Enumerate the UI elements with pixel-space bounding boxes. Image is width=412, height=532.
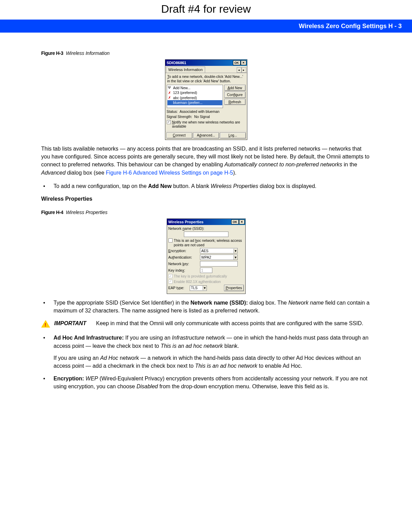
header-bar: Wireless Zero Config Settings H - 3 <box>0 20 412 33</box>
authentication-select[interactable]: WPA2 <box>200 255 238 260</box>
figure-h4-label: Figure H-4 Wireless Properties <box>41 209 371 216</box>
cross-ref-link[interactable]: Figure H-6 Advanced Wireless Settings on… <box>106 170 233 176</box>
page-content: Figure H-3 Wireless Information SDIO8686… <box>0 50 412 409</box>
bullet-encryption: Encryption: WEP (Wired-Equivalent Privac… <box>41 375 371 390</box>
configure-button[interactable]: Configure <box>224 92 246 98</box>
adhoc-checkbox[interactable] <box>168 238 173 243</box>
encryption-select[interactable]: AES <box>200 248 238 253</box>
bullet-add-new: To add a new configuration, tap on the A… <box>41 182 371 190</box>
eap-type-label: EAP type: <box>168 286 188 290</box>
header-bar-text: Wireless Zero Config Settings H - 3 <box>299 23 402 30</box>
list-item-addnew[interactable]: Add New... <box>167 85 222 91</box>
bullet-adhoc: Ad Hoc And Infrastructure: If you are us… <box>41 334 371 370</box>
network-key-label: Network key: <box>168 262 199 266</box>
advanced-button[interactable]: Advanced... <box>193 132 219 139</box>
important-label: IMPORTANT <box>54 319 92 327</box>
enable-8021x-label: Enable 802.1X authentication <box>174 280 221 284</box>
ok-button[interactable]: OK <box>231 220 239 224</box>
enable-8021x-checkbox <box>168 280 173 284</box>
window-titlebar: Wireless Properties OK <box>167 219 245 225</box>
network-icon <box>168 91 172 95</box>
window-titlebar: SDIO86861 OK <box>165 60 247 66</box>
window-title: Wireless Properties <box>168 220 232 224</box>
important-callout: IMPORTANT Keep in mind that the Omnii wi… <box>41 319 371 328</box>
tab-scroll-left-icon[interactable]: ◂ <box>237 67 242 73</box>
figure-h3-title: Wireless Information <box>66 50 109 56</box>
network-list[interactable]: Add New... 123 (preferred) abc (preferre… <box>167 85 223 108</box>
signal-row: Signal Strength: No Signal <box>167 115 246 119</box>
add-new-button[interactable]: Add New <box>224 85 246 91</box>
list-item[interactable]: abc (preferred) <box>167 95 222 101</box>
ssid-input[interactable] <box>184 232 228 237</box>
connect-button[interactable]: Connect <box>166 132 192 139</box>
key-index-input[interactable]: 1 <box>200 268 212 273</box>
list-item-selected[interactable]: blueman (preferr... <box>167 100 222 105</box>
notify-checkbox[interactable] <box>167 120 171 124</box>
bullet-ssid: Type the appropriate SSID (Service Set I… <box>41 299 371 315</box>
autokey-label: The key is provided automatically <box>174 274 227 279</box>
hint-text: To add a new network, double-click 'Add … <box>167 74 246 83</box>
signal-label: Signal Strength: <box>167 115 192 119</box>
warning-icon <box>41 320 50 328</box>
notify-label: Notify me when new wireless networks are… <box>172 120 246 129</box>
draft-header: Draft #4 for review <box>0 0 412 17</box>
properties-button[interactable]: Properties <box>224 285 244 291</box>
status-label: Status: <box>167 109 178 114</box>
ssid-label: Network name (SSID): <box>168 226 244 231</box>
encryption-label: Encryption: <box>168 249 199 253</box>
network-key-input[interactable] <box>200 261 238 267</box>
status-row: Status: Associated with blueman <box>167 109 246 114</box>
figure-h4-number: Figure H-4 <box>41 210 63 215</box>
network-icon <box>168 101 172 105</box>
status-value: Associated with blueman <box>179 109 219 114</box>
close-icon[interactable] <box>241 60 246 65</box>
network-icon <box>168 96 172 100</box>
adhoc-label: This is an ad hoc network; wireless acce… <box>174 238 244 247</box>
figure-h3-number: Figure H-3 <box>41 50 63 56</box>
autokey-checkbox <box>168 274 173 278</box>
key-index-label: Key index: <box>168 268 199 273</box>
intro-paragraph: This tab lists available networks — any … <box>41 145 371 177</box>
list-item[interactable]: 123 (preferred) <box>167 90 222 95</box>
eap-type-select[interactable]: TLS <box>190 285 207 291</box>
close-icon[interactable] <box>239 220 245 224</box>
ok-button[interactable]: OK <box>233 60 240 65</box>
antenna-icon <box>168 86 172 90</box>
log-button[interactable]: Log... <box>220 132 246 139</box>
signal-value: No Signal <box>194 115 210 119</box>
figure-h3-label: Figure H-3 Wireless Information <box>41 50 371 57</box>
refresh-button[interactable]: Refresh <box>224 99 246 105</box>
authentication-label: Authentication: <box>168 255 199 260</box>
figure-h4-title: Wireless Properties <box>66 210 107 215</box>
tab-scroll-right-icon[interactable]: ▸ <box>242 67 246 73</box>
important-text: Keep in mind that the Omnii will only co… <box>96 319 371 327</box>
window-title: SDIO86861 <box>167 61 233 65</box>
wireless-properties-window: Wireless Properties OK Network name (SSI… <box>167 218 246 294</box>
wireless-info-window: SDIO86861 OK Wireless Information ◂ ▸ To… <box>165 59 247 140</box>
tab-wireless-info[interactable]: Wireless Information <box>166 67 205 73</box>
wireless-properties-heading: Wireless Properties <box>41 195 371 203</box>
